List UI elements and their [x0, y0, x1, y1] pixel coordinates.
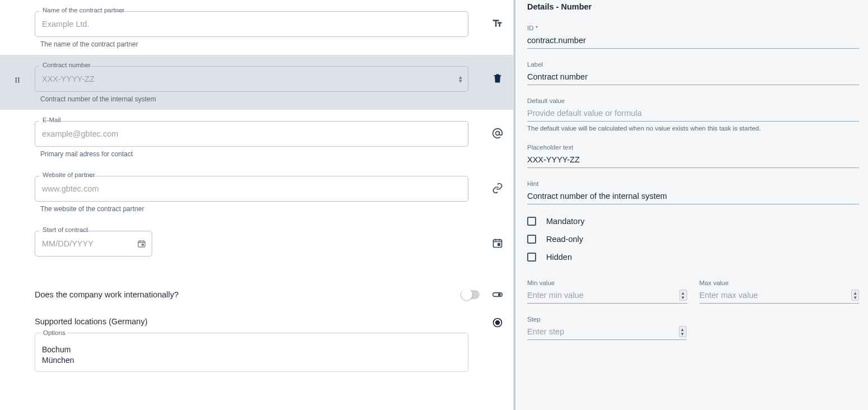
field-helper: Contract number of the internal system [40, 95, 482, 103]
details-panel: Details - Number ID * Label Default valu… [519, 0, 868, 410]
mandatory-label: Mandatory [546, 217, 585, 226]
mandatory-row[interactable]: Mandatory [527, 217, 859, 226]
step-label: Step [527, 316, 687, 323]
field-helper: The name of the contract partner [40, 40, 482, 48]
boolean-label: Does the company work internationally? [35, 290, 461, 299]
link-icon [482, 167, 513, 194]
radio-icon [482, 317, 513, 328]
svg-point-5 [18, 81, 19, 82]
delete-button[interactable] [482, 57, 513, 84]
section-heading: Supported locations (Germany) [35, 317, 482, 326]
svg-point-4 [16, 81, 17, 82]
form-field-international[interactable]: Does the company work internationally? [0, 277, 513, 313]
default-label: Default value [527, 97, 859, 104]
readonly-row[interactable]: Read-only [527, 235, 859, 244]
options-box[interactable]: Options Bochum München [35, 333, 468, 372]
field-label: Website of partner [40, 171, 97, 178]
hidden-row[interactable]: Hidden [527, 253, 859, 262]
svg-rect-8 [142, 244, 144, 246]
label-input[interactable] [527, 70, 859, 85]
svg-point-3 [18, 80, 19, 81]
field-label: E-Mail [40, 117, 63, 123]
number-spinner-icon[interactable]: ▴▾ [679, 290, 687, 301]
form-field-locations[interactable]: Supported locations (Germany) Options Bo… [0, 313, 513, 376]
mandatory-checkbox[interactable] [527, 217, 536, 226]
default-value-input[interactable] [527, 106, 859, 122]
svg-point-1 [18, 77, 19, 78]
label-label: Label [527, 61, 859, 68]
default-hint: The default value will be calculated whe… [527, 125, 859, 132]
text-size-icon [482, 2, 513, 29]
field-helper: The website of the contract partner [40, 205, 482, 213]
form-canvas[interactable]: ⠿ Name of the contract partner The name … [0, 0, 514, 410]
svg-point-0 [16, 77, 17, 78]
option-item: München [42, 355, 461, 366]
max-label: Max value [700, 279, 860, 286]
email-icon [482, 112, 513, 139]
field-label: Contract number [40, 62, 93, 68]
form-field-contract-number[interactable]: Contract number ▴▾ Contract number of th… [0, 55, 513, 110]
option-item: Bochum [42, 344, 461, 355]
hint-input[interactable] [527, 189, 859, 204]
calendar-icon [482, 222, 513, 249]
field-label: Start of contract [40, 226, 90, 233]
panel-divider[interactable] [514, 0, 519, 410]
placeholder-input[interactable] [527, 153, 859, 168]
svg-point-12 [498, 293, 501, 296]
placeholder-label: Placeholder text [527, 144, 859, 151]
min-value-input[interactable] [527, 288, 687, 304]
form-field-start-date[interactable]: ⠿ Start of contract [0, 220, 513, 277]
id-input[interactable] [527, 34, 859, 49]
readonly-label: Read-only [546, 235, 583, 244]
drag-handle-icon[interactable] [13, 76, 21, 84]
readonly-checkbox[interactable] [527, 235, 536, 244]
hint-label: Hint [527, 180, 859, 187]
options-label: Options [41, 329, 68, 338]
step-input[interactable] [527, 325, 687, 340]
toggle-icon [482, 289, 513, 300]
svg-point-14 [496, 321, 500, 325]
number-spinner-icon[interactable]: ▴▾ [459, 75, 462, 83]
field-label: Name of the contract partner [40, 7, 126, 13]
form-field-website[interactable]: ⠿ Website of partner The website of the … [0, 165, 513, 220]
number-spinner-icon[interactable]: ▴▾ [679, 326, 687, 337]
svg-point-2 [16, 80, 17, 81]
hidden-checkbox[interactable] [527, 253, 536, 262]
form-field-name[interactable]: ⠿ Name of the contract partner The name … [0, 0, 513, 55]
svg-rect-10 [498, 244, 500, 245]
details-title: Details - Number [527, 2, 859, 11]
hidden-label: Hidden [546, 253, 572, 262]
field-helper: Primary mail adress for contact [40, 150, 482, 158]
id-label: ID * [527, 25, 859, 31]
form-field-email[interactable]: ⠿ E-Mail Primary mail adress for contact [0, 110, 513, 165]
min-label: Min value [527, 279, 687, 286]
svg-point-6 [496, 132, 500, 136]
email-input[interactable] [35, 122, 468, 146]
website-input[interactable] [35, 176, 468, 201]
max-value-input[interactable] [700, 288, 860, 304]
number-spinner-icon[interactable]: ▴▾ [851, 290, 859, 301]
toggle-switch[interactable] [461, 290, 480, 299]
calendar-picker-icon[interactable] [137, 239, 146, 248]
contract-number-input[interactable] [35, 67, 468, 91]
